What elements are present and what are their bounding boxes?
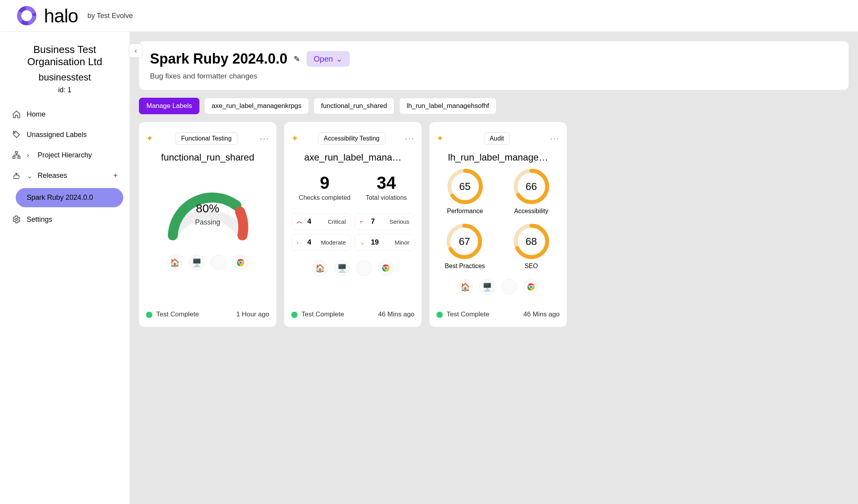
sparkle-icon: ✦ bbox=[436, 133, 444, 144]
org-name: Business Test Organisation Ltd bbox=[6, 44, 123, 68]
nav-release-active-label: Spark Ruby 2024.0.0 bbox=[16, 188, 123, 207]
svg-rect-5 bbox=[18, 157, 20, 159]
apple-icon bbox=[356, 260, 372, 276]
sev-moderate: › 4 Moderate bbox=[291, 234, 351, 251]
status-dropdown[interactable]: Open ⌄ bbox=[307, 51, 350, 67]
nav-settings[interactable]: Settings bbox=[6, 211, 123, 228]
apple-icon bbox=[211, 255, 226, 270]
org-slug: businesstest bbox=[6, 72, 123, 83]
ring-best-practices: 67 Best Practices bbox=[445, 222, 485, 270]
status-dot-icon bbox=[146, 312, 152, 318]
gauge-label: Passing bbox=[195, 218, 220, 226]
ship-icon bbox=[12, 172, 21, 180]
nav-home-label: Home bbox=[27, 110, 46, 119]
pass-gauge: 80% Passing bbox=[157, 171, 259, 245]
org-block: Business Test Organisation Ltd businesst… bbox=[6, 44, 123, 94]
stat-violations: 34 Total violations bbox=[366, 173, 407, 201]
stat-checks: 9 Checks completed bbox=[299, 173, 351, 201]
card-timeago: 1 Hour ago bbox=[236, 310, 269, 318]
chevron-right-icon: › bbox=[27, 151, 32, 159]
sev-serious: ⌐ 7 Serious bbox=[355, 213, 414, 230]
page-title: Spark Ruby 2024.0.0 bbox=[150, 51, 287, 67]
sidebar: Business Test Organisation Ltd businesst… bbox=[0, 32, 130, 504]
gear-icon bbox=[12, 215, 21, 224]
logo-ring-icon bbox=[16, 5, 38, 27]
collapse-sidebar-button[interactable]: ‹ bbox=[129, 44, 143, 58]
brand-byline: by Test Evolve bbox=[88, 12, 133, 20]
chrome-icon bbox=[378, 260, 394, 276]
home-icon bbox=[12, 110, 21, 119]
label-chip[interactable]: lh_run_label_managehsofhf bbox=[399, 98, 497, 114]
sev-critical: ︿ 4 Critical bbox=[291, 213, 351, 230]
chrome-icon bbox=[233, 255, 248, 270]
card-menu-button[interactable]: ··· bbox=[550, 133, 560, 144]
add-release-button[interactable]: + bbox=[113, 171, 118, 180]
main-area: ‹ Spark Ruby 2024.0.0 ✎ Open ⌄ Bug fixes… bbox=[130, 32, 858, 504]
nav-unassigned[interactable]: Unassigned Labels bbox=[6, 126, 123, 143]
nav-settings-label: Settings bbox=[27, 215, 52, 224]
logo-wordmark: halo bbox=[44, 5, 78, 27]
label-chip-bar: Manage Labels axe_run_label_managenkrpgs… bbox=[139, 98, 849, 114]
card-menu-button[interactable]: ··· bbox=[405, 133, 414, 144]
device-row: 🏠 🖥️ bbox=[436, 279, 560, 295]
nav-releases[interactable]: ⌄ Releases + bbox=[6, 167, 123, 184]
card-type: Audit bbox=[484, 132, 510, 145]
sev-serious-icon: ⌐ bbox=[360, 218, 367, 225]
svg-point-2 bbox=[14, 132, 15, 133]
card-title: lh_run_label_manage… bbox=[436, 152, 560, 163]
tag-icon bbox=[12, 130, 21, 139]
status-label: Open bbox=[314, 55, 333, 64]
status-dot-icon bbox=[291, 312, 298, 318]
sev-critical-icon: ︿ bbox=[296, 217, 303, 226]
card-status: Test Complete bbox=[436, 310, 489, 318]
monitor-icon: 🖥️ bbox=[189, 255, 204, 270]
sev-moderate-icon: › bbox=[296, 239, 303, 246]
house-icon: 🏠 bbox=[312, 260, 328, 276]
nav-releases-label: Releases bbox=[38, 172, 67, 180]
svg-point-6 bbox=[15, 219, 18, 221]
card-menu-button[interactable]: ··· bbox=[260, 133, 269, 144]
card-timeago: 46 Mins ago bbox=[523, 310, 560, 318]
card-functional[interactable]: ✦ Functional Testing ··· functional_run_… bbox=[139, 122, 276, 327]
card-type: Functional Testing bbox=[175, 132, 237, 145]
manage-labels-button[interactable]: Manage Labels bbox=[139, 98, 199, 114]
card-timeago: 46 Mins ago bbox=[378, 310, 414, 318]
gauge-percent: 80% bbox=[195, 202, 220, 215]
house-icon: 🏠 bbox=[457, 279, 473, 295]
svg-rect-3 bbox=[15, 152, 18, 153]
card-type: Accessibility Testing bbox=[318, 132, 385, 145]
house-icon: 🏠 bbox=[167, 255, 183, 270]
card-title: axe_run_label_mana… bbox=[291, 152, 414, 163]
nav-hierarchy-label: Project Hierarchy bbox=[38, 151, 92, 159]
card-audit[interactable]: ✦ Audit ··· lh_run_label_manage… 65 Perf… bbox=[429, 122, 567, 327]
nav-home[interactable]: Home bbox=[6, 106, 123, 122]
sparkle-icon: ✦ bbox=[291, 133, 298, 144]
topbar: halo by Test Evolve bbox=[0, 0, 858, 32]
device-row: 🏠 🖥️ bbox=[291, 260, 414, 276]
nav-release-active[interactable]: Spark Ruby 2024.0.0 bbox=[16, 188, 123, 207]
ring-seo: 68 SEO bbox=[512, 222, 551, 270]
org-id: id: 1 bbox=[6, 86, 123, 94]
monitor-icon: 🖥️ bbox=[334, 260, 350, 276]
card-accessibility[interactable]: ✦ Accessibility Testing ··· axe_run_labe… bbox=[284, 122, 422, 327]
apple-icon bbox=[501, 279, 517, 295]
card-status: Test Complete bbox=[291, 310, 344, 318]
chevron-down-icon: ⌄ bbox=[27, 172, 32, 180]
nav-hierarchy[interactable]: › Project Hierarchy bbox=[6, 147, 123, 163]
page-subtitle: Bug fixes and formatter changes bbox=[150, 72, 838, 80]
sev-minor-icon: ⌄ bbox=[360, 239, 367, 246]
chevron-down-icon: ⌄ bbox=[336, 54, 343, 64]
sev-minor: ⌄ 19 Minor bbox=[355, 234, 414, 251]
ring-accessibility: 66 Accessibility bbox=[512, 167, 551, 215]
label-chip[interactable]: axe_run_label_managenkrpgs bbox=[204, 98, 309, 114]
card-status: Test Complete bbox=[146, 310, 199, 318]
ring-performance: 65 Performance bbox=[445, 167, 485, 215]
card-title: functional_run_shared bbox=[146, 152, 269, 163]
chrome-icon bbox=[523, 279, 539, 295]
hierarchy-icon bbox=[12, 151, 21, 159]
svg-rect-4 bbox=[13, 157, 15, 159]
device-row: 🏠 🖥️ bbox=[146, 255, 269, 270]
title-card: Spark Ruby 2024.0.0 ✎ Open ⌄ Bug fixes a… bbox=[139, 41, 849, 90]
label-chip[interactable]: functional_run_shared bbox=[314, 98, 394, 114]
edit-icon[interactable]: ✎ bbox=[294, 54, 300, 64]
